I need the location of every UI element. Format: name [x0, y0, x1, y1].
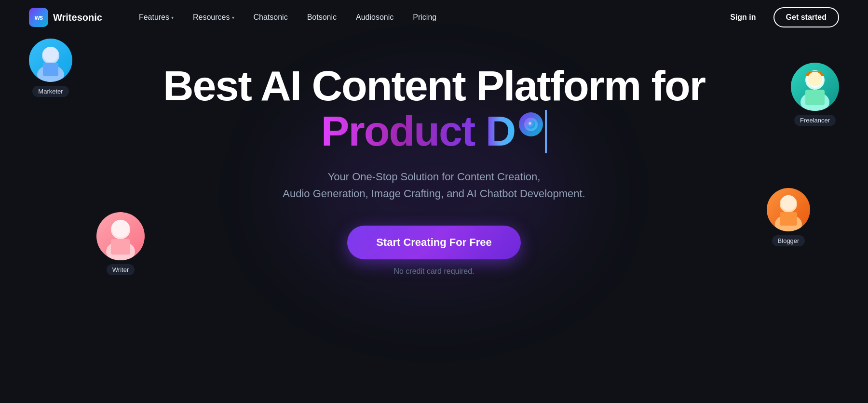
ai-orb-inner [524, 118, 538, 131]
navbar: ws Writesonic Features ▾ Resources ▾ Cha… [0, 0, 868, 35]
nav-links: Features ▾ Resources ▾ Chatsonic Botsoni… [131, 9, 722, 26]
cta-button[interactable]: Start Creating For Free [347, 226, 521, 259]
hero-blue-letter: D [486, 108, 515, 155]
chevron-down-icon: ▾ [232, 15, 234, 20]
logo-icon: ws [29, 8, 48, 27]
no-credit-card-text: No credit card required. [393, 267, 474, 276]
nav-item-features[interactable]: Features ▾ [131, 9, 181, 26]
nav-item-resources[interactable]: Resources ▾ [185, 9, 242, 26]
logo[interactable]: ws Writesonic [29, 8, 102, 27]
ai-orb-icon [519, 112, 543, 136]
svg-point-17 [527, 120, 535, 129]
hero-gradient-word: Product [321, 108, 486, 155]
hero-title-line1: Best AI Content Platform for [163, 64, 705, 108]
hero-title-line2: Product D [321, 108, 547, 155]
nav-item-audiosonic[interactable]: Audiosonic [348, 9, 401, 26]
get-started-button[interactable]: Get started [773, 7, 839, 27]
hero-subtitle: Your One-Stop Solution for Content Creat… [283, 168, 585, 202]
logo-text: Writesonic [53, 12, 102, 23]
hero-section: Best AI Content Platform for Product D [0, 35, 868, 276]
svg-point-18 [529, 122, 531, 124]
sign-in-button[interactable]: Sign in [722, 9, 763, 26]
text-cursor [545, 110, 547, 153]
chevron-down-icon: ▾ [171, 15, 174, 20]
nav-item-chatsonic[interactable]: Chatsonic [246, 9, 296, 26]
nav-item-botsonic[interactable]: Botsonic [299, 9, 344, 26]
nav-auth: Sign in Get started [722, 7, 839, 27]
nav-item-pricing[interactable]: Pricing [405, 9, 444, 26]
